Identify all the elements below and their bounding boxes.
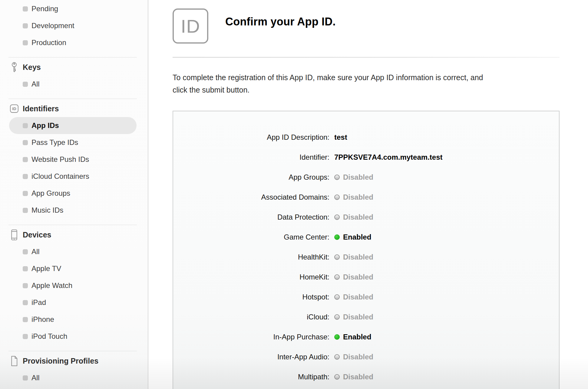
bullet-icon xyxy=(23,191,28,196)
sidebar-section-header-devices: Devices xyxy=(0,226,148,243)
device-icon xyxy=(10,229,19,240)
svg-text:ID: ID xyxy=(12,106,16,111)
detail-value: Disabled xyxy=(334,313,373,321)
status-text: Disabled xyxy=(343,293,373,301)
status-text: Disabled xyxy=(343,173,373,181)
sidebar-item-icloud-containers-identifiers[interactable]: iCloud Containers xyxy=(9,168,137,185)
sidebar-item-label: Website Push IDs xyxy=(31,155,89,164)
detail-row-icloud: iCloud:Disabled xyxy=(173,307,559,327)
detail-row-associated-domains: Associated Domains:Disabled xyxy=(173,187,559,207)
bullet-icon xyxy=(23,208,28,213)
status-text: Enabled xyxy=(343,333,371,341)
bullet-icon xyxy=(23,140,28,145)
sidebar-item-label: App IDs xyxy=(31,121,59,130)
detail-label: Associated Domains: xyxy=(173,193,329,201)
disabled-indicator-icon xyxy=(334,294,340,300)
key-icon xyxy=(10,62,19,73)
detail-label: Inter-App Audio: xyxy=(173,353,329,361)
sidebar-item-production[interactable]: Production xyxy=(9,34,137,51)
detail-label: Data Protection: xyxy=(173,213,329,221)
status-text: Disabled xyxy=(343,373,373,381)
sidebar-section-header-identifiers: IDIdentifiers xyxy=(0,100,148,117)
bullet-icon xyxy=(23,300,28,305)
bullet-icon xyxy=(23,174,28,179)
sidebar-item-app-groups-identifiers[interactable]: App Groups xyxy=(9,185,137,202)
sidebar-item-app-ids-identifiers[interactable]: App IDs xyxy=(9,117,137,134)
detail-row-in-app-purchase: In-App Purchase:Enabled xyxy=(173,327,559,347)
sidebar-item-label: iPad xyxy=(31,298,46,307)
status-text: Disabled xyxy=(343,253,373,261)
sidebar-item-label: Music IDs xyxy=(31,206,63,214)
bullet-icon xyxy=(23,82,28,87)
detail-label: App ID Description: xyxy=(173,133,329,142)
sidebar-item-all-keys[interactable]: All xyxy=(9,76,137,93)
enabled-indicator-icon xyxy=(334,234,340,240)
sidebar-item-label: Pending xyxy=(31,5,58,13)
sidebar-item-label: Pass Type IDs xyxy=(31,138,78,147)
bullet-icon xyxy=(23,317,28,322)
sidebar-section-title: Identifiers xyxy=(23,104,59,113)
disabled-indicator-icon xyxy=(334,175,340,180)
main-content: ID Confirm your App ID. To complete the … xyxy=(148,0,588,389)
disabled-indicator-icon xyxy=(334,254,340,260)
disabled-indicator-icon xyxy=(334,314,340,320)
detail-row-multipath: Multipath:Disabled xyxy=(173,367,559,387)
id-badge-icon: ID xyxy=(10,104,19,113)
status-text: Disabled xyxy=(343,193,373,201)
app-id-badge-icon: ID xyxy=(173,8,208,44)
sidebar-item-pending[interactable]: Pending xyxy=(9,0,137,17)
detail-row-homekit: HomeKit:Disabled xyxy=(173,267,559,287)
detail-value: Enabled xyxy=(334,233,371,241)
detail-row-game-center: Game Center:Enabled xyxy=(173,227,559,247)
disabled-indicator-icon xyxy=(334,354,340,360)
bullet-icon xyxy=(23,334,28,339)
detail-label: Multipath: xyxy=(173,373,329,381)
detail-row-inter-app-audio: Inter-App Audio:Disabled xyxy=(173,347,559,367)
sidebar-item-ipad-devices[interactable]: iPad xyxy=(9,294,137,311)
disabled-indicator-icon xyxy=(334,214,340,220)
detail-label: Identifier: xyxy=(173,153,329,162)
sidebar-section-divider xyxy=(8,351,137,351)
disabled-indicator-icon xyxy=(334,274,340,280)
sidebar-item-apple-tv-devices[interactable]: Apple TV xyxy=(9,260,137,277)
app-id-badge-label: ID xyxy=(181,15,200,37)
sidebar-item-iphone-devices[interactable]: iPhone xyxy=(9,311,137,328)
sidebar-section-title: Keys xyxy=(23,63,41,72)
sidebar-item-apple-watch-devices[interactable]: Apple Watch xyxy=(9,277,137,294)
sidebar-section-divider xyxy=(8,57,137,57)
sidebar-item-label: iCloud Containers xyxy=(31,172,89,181)
detail-rows: App ID Description:testIdentifier:7PPKSV… xyxy=(173,127,559,387)
sidebar: PendingDevelopmentProductionKeysAllIDIde… xyxy=(0,0,148,389)
sidebar-item-all-provisioning-profiles[interactable]: All xyxy=(9,369,137,386)
sidebar-item-website-push-ids-identifiers[interactable]: Website Push IDs xyxy=(9,151,137,168)
sidebar-item-label: Development xyxy=(31,21,74,30)
sidebar-item-pass-type-ids-identifiers[interactable]: Pass Type IDs xyxy=(9,134,137,151)
detail-row-app-id-description: App ID Description:test xyxy=(173,127,559,147)
detail-value: Disabled xyxy=(334,293,373,301)
detail-value: Disabled xyxy=(334,373,373,381)
bullet-icon xyxy=(23,23,28,28)
sidebar-item-music-ids-identifiers[interactable]: Music IDs xyxy=(9,202,137,219)
sidebar-item-development[interactable]: Development xyxy=(9,17,137,34)
sidebar-section-divider xyxy=(8,225,137,225)
detail-label: App Groups: xyxy=(173,173,329,181)
sidebar-nav: PendingDevelopmentProductionKeysAllIDIde… xyxy=(0,0,148,386)
sidebar-item-all-devices[interactable]: All xyxy=(9,243,137,260)
disabled-indicator-icon xyxy=(334,374,340,380)
status-text: Disabled xyxy=(343,313,373,321)
detail-label: In-App Purchase: xyxy=(173,333,329,341)
detail-row-hotspot: Hotspot:Disabled xyxy=(173,287,559,307)
sidebar-section-header-provisioning-profiles: Provisioning Profiles xyxy=(0,352,148,369)
document-icon xyxy=(10,356,19,366)
bullet-icon xyxy=(23,266,28,271)
status-text: Disabled xyxy=(343,353,373,361)
sidebar-item-label: iPod Touch xyxy=(31,332,67,341)
sidebar-item-label: Production xyxy=(31,38,66,47)
sidebar-item-ipod-touch-devices[interactable]: iPod Touch xyxy=(9,328,137,345)
detail-label: iCloud: xyxy=(173,313,329,321)
enabled-indicator-icon xyxy=(334,334,340,340)
detail-label: HomeKit: xyxy=(173,273,329,281)
sidebar-section-title: Provisioning Profiles xyxy=(23,357,98,365)
sidebar-section-header-keys: Keys xyxy=(0,59,148,76)
detail-value: Disabled xyxy=(334,253,373,261)
